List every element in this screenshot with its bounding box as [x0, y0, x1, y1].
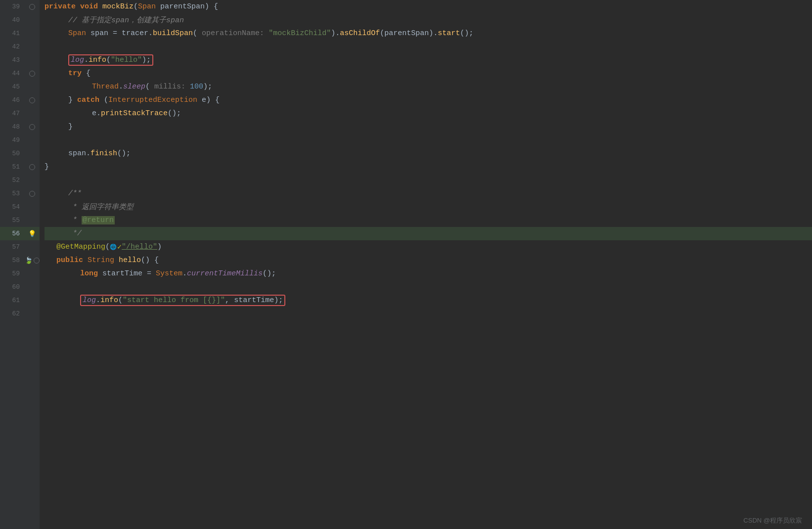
- method-mockBiz: mockBiz: [102, 2, 134, 11]
- code-line-46: } catch (InterruptedException e) {: [45, 93, 812, 107]
- paren: (: [106, 56, 111, 64]
- param-hint: operationName:: [197, 29, 269, 38]
- breakpoint-icon[interactable]: [34, 258, 40, 264]
- line-row: 41: [0, 27, 40, 40]
- code-content[interactable]: private void mockBiz(Span parentSpan) { …: [40, 0, 812, 529]
- code-line-47: e.printStackTrace();: [45, 107, 812, 120]
- line-row: 54: [0, 200, 40, 214]
- code-line-55: * @return: [45, 214, 812, 227]
- globe-icon: 🌐: [110, 244, 117, 250]
- paren: ();: [263, 269, 276, 278]
- line-number: 46: [0, 96, 25, 104]
- code-line-60: [45, 280, 812, 294]
- keyword-void: void: [80, 2, 102, 11]
- var-log2: log: [83, 296, 96, 305]
- var-e2: e.: [92, 109, 101, 118]
- line-row: 55: [0, 214, 40, 227]
- line-row: 60: [0, 280, 40, 294]
- annotation-check: ✓: [117, 242, 122, 252]
- line-number: 57: [0, 243, 25, 251]
- param-hint-millis: millis:: [150, 83, 190, 91]
- watermark: CSDN @程序员欣宸: [743, 516, 802, 525]
- var-startTime: startTime: [102, 269, 147, 278]
- annotation-GetMapping: @GetMapping: [56, 243, 105, 251]
- brace: }: [45, 163, 49, 171]
- code-line-45: Thread.sleep( millis: 100);: [45, 80, 812, 93]
- line-number: 50: [0, 150, 25, 157]
- code-line-61: log.info("start hello from [{}]", startT…: [45, 294, 812, 307]
- paren: ).: [429, 29, 438, 38]
- line-number: 42: [0, 43, 25, 50]
- line-row: 48: [0, 120, 40, 133]
- paren: ();: [168, 109, 181, 118]
- line-number: 45: [0, 83, 25, 90]
- method-currentTimeMillis: currentTimeMillis: [187, 269, 263, 278]
- line-row: 57: [0, 240, 40, 254]
- breakpoint-icon[interactable]: [29, 4, 35, 10]
- code-line-48: }: [45, 120, 812, 133]
- paren: );: [203, 83, 212, 91]
- type-System: System: [156, 269, 182, 278]
- line-row: 56 💡: [0, 227, 40, 240]
- line-numbers: 39 40 41 42: [0, 0, 40, 320]
- paren: ();: [460, 29, 473, 38]
- keyword-long: long: [80, 269, 102, 278]
- breakpoint-icon[interactable]: [29, 97, 35, 103]
- line-number: 47: [0, 110, 25, 117]
- brace: }: [68, 123, 73, 131]
- type-String: String: [88, 256, 119, 264]
- line-number: 41: [0, 30, 25, 37]
- string-start-hello: "start hello from [{}]": [123, 296, 225, 305]
- line-number: 55: [0, 217, 25, 224]
- line-row: 50: [0, 147, 40, 160]
- line-row: 53: [0, 187, 40, 200]
- brace: {: [86, 69, 90, 78]
- comment-53: /**: [68, 189, 82, 198]
- method-sleep: sleep: [123, 83, 145, 91]
- line-number: 59: [0, 270, 25, 277]
- line-number: 48: [0, 123, 25, 131]
- var-span2: span.: [68, 149, 90, 158]
- breakpoint-icon[interactable]: [29, 124, 35, 130]
- paren: (: [104, 96, 108, 104]
- keyword-public: public: [56, 256, 88, 264]
- method-info2: info: [100, 296, 118, 305]
- code-line-52: [45, 174, 812, 187]
- breakpoint-icon[interactable]: [29, 164, 35, 170]
- code-editor: 39 40 41 42: [0, 0, 812, 529]
- line-row: 40: [0, 13, 40, 27]
- line-number: 56: [0, 230, 25, 237]
- line-number: 43: [0, 56, 25, 64]
- keyword-private: private: [45, 2, 80, 11]
- code-line-39: private void mockBiz(Span parentSpan) {: [45, 0, 812, 13]
- code-line-62: [45, 307, 812, 320]
- number-100: 100: [190, 83, 203, 91]
- line-icons: 💡: [25, 230, 40, 238]
- line-number: 44: [0, 70, 25, 77]
- code-line-57: @GetMapping(🌐✓"/hello"): [45, 240, 812, 254]
- code-line-49: [45, 133, 812, 147]
- line-number: 54: [0, 203, 25, 211]
- line-icons: [25, 71, 40, 77]
- var-e: e: [202, 96, 206, 104]
- line-number: 40: [0, 16, 25, 24]
- line-number: 49: [0, 136, 25, 144]
- type-Span: Span: [138, 2, 160, 11]
- breakpoint-icon[interactable]: [29, 71, 35, 77]
- type-InterruptedException: InterruptedException: [108, 96, 202, 104]
- type-Thread: Thread: [92, 83, 119, 91]
- paren: (: [193, 29, 197, 38]
- method-buildSpan: buildSpan: [153, 29, 193, 38]
- bulb-icon[interactable]: 💡: [28, 230, 36, 238]
- paren: ): [157, 243, 162, 251]
- line-row: 47: [0, 107, 40, 120]
- line-icons: [25, 124, 40, 130]
- annotation-val: "/hello": [122, 243, 157, 251]
- paren: ) {: [205, 2, 218, 11]
- line-row: 62: [0, 307, 40, 320]
- line-row: 39: [0, 0, 40, 13]
- paren: ).: [331, 29, 340, 38]
- green-link[interactable]: "/hello": [122, 243, 157, 251]
- breakpoint-icon[interactable]: [29, 191, 35, 197]
- code-line-54: * 返回字符串类型: [45, 200, 812, 214]
